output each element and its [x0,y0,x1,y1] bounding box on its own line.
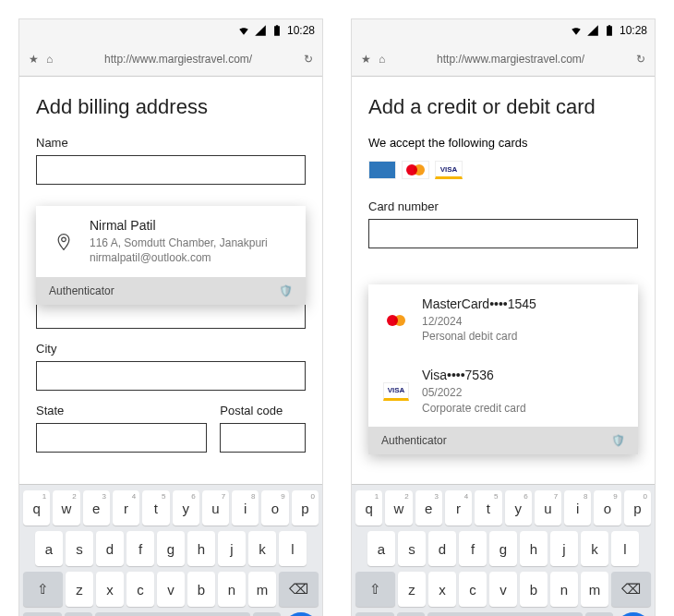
wifi-icon [570,24,583,37]
backspace-key[interactable]: ⌫ [611,572,651,607]
key-y[interactable]: y6 [173,490,199,525]
key-q[interactable]: q1 [23,490,50,525]
key-z[interactable]: z [398,572,426,607]
shift-key[interactable]: ⇧ [355,572,395,607]
card-title: MasterCard••••1545 [422,296,536,314]
space-key[interactable] [95,612,250,616]
space-key[interactable] [427,612,583,616]
key-s[interactable]: s [398,531,426,566]
key-g[interactable]: g [489,531,517,566]
enter-key[interactable]: ↵ [616,612,651,616]
city-field-group: City [36,342,306,391]
key-l[interactable]: l [279,531,307,566]
location-pin-icon [51,233,77,251]
clock: 10:28 [620,24,647,37]
key-i[interactable]: i8 [564,490,591,525]
key-z[interactable]: z [66,572,93,607]
card-suggestion-0[interactable]: MasterCard••••1545 12/2024 Personal debi… [368,284,638,356]
city-input[interactable] [36,361,306,391]
key-w[interactable]: w2 [53,490,79,525]
key-c[interactable]: c [126,572,154,607]
key-m[interactable]: m [581,572,608,607]
addressbar: ★ ⌂ http://www.margiestravel.com/ ↻ [19,42,322,77]
key-f[interactable]: f [126,531,154,566]
key-p[interactable]: p0 [292,490,319,525]
addressbar: ★ ⌂ http://www.margiestravel.com/ ↻ [352,42,655,77]
symbols-key[interactable]: ?123 [355,612,394,616]
key-e[interactable]: e3 [83,490,110,525]
key-l[interactable]: l [611,531,639,566]
key-e[interactable]: e3 [415,490,442,525]
key-o[interactable]: o9 [594,490,620,525]
name-input[interactable] [36,155,306,185]
shift-key[interactable]: ⇧ [23,572,63,607]
key-k[interactable]: k [581,531,608,566]
key-j[interactable]: j [550,531,578,566]
key-m[interactable]: m [248,572,276,607]
key-t[interactable]: t5 [475,490,501,525]
cardnum-input[interactable] [368,219,638,248]
period-key[interactable]: . [253,612,281,616]
suggestion-addr: 116 A, Somdutt Chamber, Janakpuri [90,236,268,251]
key-u[interactable]: u7 [202,490,229,525]
enter-key[interactable]: ↵ [283,612,319,616]
key-n[interactable]: n [550,572,578,607]
url-text[interactable]: http://www.margiestravel.com/ [60,53,296,66]
key-t[interactable]: t5 [142,490,169,525]
key-a[interactable]: a [367,531,395,566]
key-x[interactable]: x [428,572,456,607]
key-u[interactable]: u7 [535,490,561,525]
autofill-suggestion[interactable]: Nirmal Patil 116 A, Somdutt Chamber, Jan… [36,206,306,277]
period-key[interactable]: . [585,612,613,616]
key-q[interactable]: q1 [355,490,382,525]
key-k[interactable]: k [248,531,276,566]
comma-key[interactable]: , [397,612,425,616]
suggestion-text: Nirmal Patil 116 A, Somdutt Chamber, Jan… [90,217,268,266]
visa-icon: VISA [435,161,463,179]
key-i[interactable]: i8 [232,490,259,525]
key-v[interactable]: v [157,572,185,607]
key-x[interactable]: x [96,572,124,607]
key-r[interactable]: r4 [445,490,472,525]
authenticator-label: Authenticator [381,434,447,447]
keyboard: q1w2e3r4t5y6u7i8o9p0 asdfghjkl ⇧zxcvbnm⌫… [352,484,655,616]
comma-key[interactable]: , [65,612,92,616]
state-select[interactable] [36,423,207,453]
key-v[interactable]: v [489,572,517,607]
key-d[interactable]: d [96,531,124,566]
amex-icon [368,161,396,179]
phone-left: 10:28 ★ ⌂ http://www.margiestravel.com/ … [18,18,323,616]
bookmark-icon[interactable]: ★ [361,53,371,66]
backspace-key[interactable]: ⌫ [279,572,319,607]
key-s[interactable]: s [66,531,93,566]
key-o[interactable]: o9 [261,490,288,525]
key-a[interactable]: a [35,531,63,566]
key-b[interactable]: b [520,572,548,607]
key-h[interactable]: h [520,531,548,566]
suggestion-name: Nirmal Patil [90,217,268,236]
key-p[interactable]: p0 [624,490,651,525]
card-autofill-dropdown: MasterCard••••1545 12/2024 Personal debi… [368,284,638,454]
postal-input[interactable] [220,423,306,453]
reload-icon[interactable]: ↻ [304,53,313,66]
card-desc: Personal debit card [422,329,536,344]
key-y[interactable]: y6 [505,490,532,525]
city-label: City [36,342,306,356]
key-r[interactable]: r4 [113,490,139,525]
key-g[interactable]: g [157,531,185,566]
key-b[interactable]: b [187,572,215,607]
key-j[interactable]: j [218,531,246,566]
key-h[interactable]: h [187,531,215,566]
mastercard-icon [383,314,409,327]
symbols-key[interactable]: ?123 [23,612,62,616]
key-w[interactable]: w2 [385,490,412,525]
card-exp: 05/2022 [422,385,526,401]
key-c[interactable]: c [459,572,487,607]
reload-icon[interactable]: ↻ [636,53,645,66]
url-text[interactable]: http://www.margiestravel.com/ [392,53,629,66]
key-f[interactable]: f [459,531,487,566]
key-d[interactable]: d [428,531,456,566]
card-suggestion-1[interactable]: VISA Visa••••7536 05/2022 Corporate cred… [368,356,638,427]
bookmark-icon[interactable]: ★ [29,53,39,66]
key-n[interactable]: n [218,572,246,607]
